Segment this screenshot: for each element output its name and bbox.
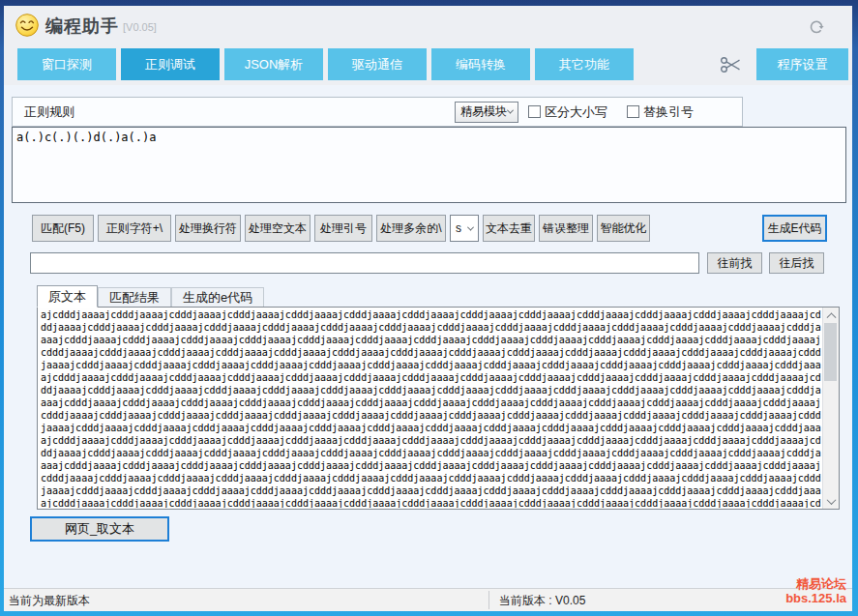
result-tab-strip: 原文本 匹配结果 生成的e代码 (37, 285, 264, 308)
optimize-button[interactable]: 智能优化 (597, 215, 650, 242)
nav-tab-bar: 窗口探测 正则调试 JSON解析 驱动通信 编码转换 其它功能 程序设置 (4, 44, 852, 85)
webpage-get-text-button[interactable]: 网页_取文本 (30, 516, 169, 542)
regex-pattern-input[interactable]: a(.)c(.)(.)d(.)a(.)a (12, 127, 846, 203)
tab-driver-comm[interactable]: 驱动通信 (328, 48, 427, 80)
forum-name: 精易论坛 (785, 576, 846, 591)
title-bar: 编程助手 [V0.05] (4, 6, 852, 44)
vertical-scrollbar[interactable] (822, 308, 839, 509)
original-text-display[interactable]: ajcdddjaaaajcdddjaaaajcdddjaaaajcdddjaaa… (37, 307, 840, 510)
generate-ecode-button[interactable]: 生成E代码 (762, 215, 827, 242)
match-button[interactable]: 匹配(F5) (32, 215, 94, 242)
update-status-text: 当前为最新版本 (9, 593, 90, 609)
chevron-down-icon (826, 495, 836, 505)
find-row: 往前找 往后找 (4, 252, 852, 274)
scissors-icon[interactable] (720, 55, 743, 74)
current-version-text: 当前版本 : V0.05 (499, 593, 585, 609)
statusbar-divider (488, 591, 489, 609)
nav-tabs: 窗口探测 正则调试 JSON解析 驱动通信 编码转换 其它功能 (17, 48, 634, 80)
module-select-value: 精易模块 (460, 103, 507, 120)
replace-quotes-label: 替换引号 (643, 103, 694, 121)
tab-original-text[interactable]: 原文本 (37, 285, 98, 308)
tab-window-probe[interactable]: 窗口探测 (17, 48, 116, 80)
dedupe-button[interactable]: 文本去重 (483, 215, 535, 242)
find-next-button[interactable]: 往后找 (769, 252, 824, 274)
tab-encoding-convert[interactable]: 编码转换 (431, 48, 530, 80)
forum-url: bbs.125.la (785, 591, 846, 605)
tab-match-result[interactable]: 匹配结果 (98, 287, 171, 308)
tab-regex-debug[interactable]: 正则调试 (121, 48, 220, 80)
app-window: 编程助手 [V0.05] 窗口探测 正则调试 JSON解析 驱动通信 编码转换 … (0, 0, 858, 616)
handle-empty-text-button[interactable]: 处理空文本 (245, 215, 311, 242)
checkbox-box[interactable] (528, 105, 541, 118)
regex-flag-value: s (456, 221, 461, 235)
module-select[interactable]: 精易模块 (455, 102, 518, 123)
find-input[interactable] (30, 252, 699, 274)
error-fix-button[interactable]: 错误整理 (539, 215, 593, 242)
tab-program-settings[interactable]: 程序设置 (756, 48, 848, 80)
app-version-tag: [V0.05] (123, 21, 157, 33)
scrollbar-thumb[interactable] (824, 323, 837, 381)
tab-other-functions[interactable]: 其它功能 (535, 48, 634, 80)
regex-rule-label: 正则规则 (24, 103, 74, 121)
window-body: 编程助手 [V0.05] 窗口探测 正则调试 JSON解析 驱动通信 编码转换 … (4, 6, 852, 611)
handle-newline-button[interactable]: 处理换行符 (175, 215, 241, 242)
scroll-up-button[interactable] (823, 308, 839, 322)
tab-generated-ecode[interactable]: 生成的e代码 (171, 287, 264, 308)
app-title: 编程助手 (45, 15, 119, 38)
handle-extra-backslash-button[interactable]: 处理多余的\ (376, 215, 446, 242)
smiley-icon (15, 13, 40, 38)
regex-debug-panel: 正则规则 精易模块 区分大小写 替换引号 a(.)c(.)(.)d(.)a(.)… (4, 85, 852, 611)
replace-quotes-checkbox[interactable]: 替换引号 (627, 103, 694, 121)
regex-rule-header: 正则规则 精易模块 区分大小写 替换引号 (12, 97, 743, 127)
chevron-down-icon (467, 223, 474, 230)
chevron-down-icon (507, 107, 514, 114)
original-text-content[interactable]: ajcdddjaaaajcdddjaaaajcdddjaaaajcdddjaaa… (41, 308, 821, 508)
regex-flag-select[interactable]: s (450, 215, 479, 242)
find-prev-button[interactable]: 往前找 (707, 252, 762, 274)
handle-quotes-button[interactable]: 处理引号 (314, 215, 372, 242)
case-sensitive-checkbox[interactable]: 区分大小写 (528, 103, 607, 121)
checkbox-box[interactable] (627, 105, 639, 118)
regex-toolbar: 匹配(F5) 正则字符+\ 处理换行符 处理空文本 处理引号 处理多余的\ s … (32, 215, 650, 242)
refresh-icon[interactable] (808, 18, 825, 36)
scroll-down-button[interactable] (823, 494, 839, 509)
case-sensitive-label: 区分大小写 (545, 103, 607, 121)
status-bar: 当前为最新版本 当前版本 : V0.05 (4, 588, 852, 611)
forum-watermark: 精易论坛 bbs.125.la (785, 576, 846, 605)
regex-escape-button[interactable]: 正则字符+\ (98, 215, 171, 242)
tab-json-parse[interactable]: JSON解析 (224, 48, 323, 80)
chevron-up-icon (826, 312, 836, 322)
